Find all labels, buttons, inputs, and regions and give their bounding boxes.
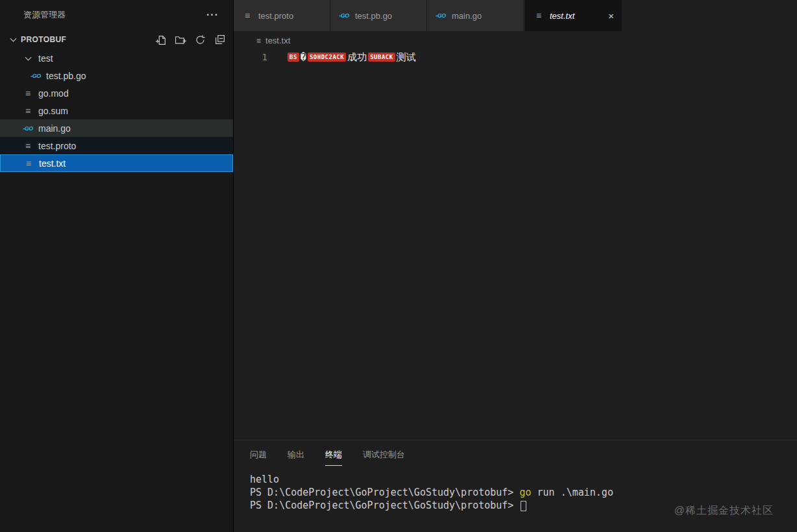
section-actions xyxy=(156,34,233,45)
explorer-sidebar: 资源管理器 ··· PROTOBUF test -GO test.pb.go xyxy=(0,0,234,532)
tree-item-go-sum[interactable]: ≡ go.sum xyxy=(0,102,233,119)
tree-item-go-mod[interactable]: ≡ go.mod xyxy=(0,84,233,102)
file-icon: ≡ xyxy=(22,141,34,151)
terminal[interactable]: hello PS D:\CodeProject\GoProject\GoStud… xyxy=(234,469,797,512)
file-icon: ≡ xyxy=(23,159,34,168)
refresh-icon[interactable] xyxy=(195,34,206,45)
sidebar-header: 资源管理器 ··· xyxy=(0,0,233,30)
code-text: 测试 xyxy=(397,51,416,64)
terminal-command-args: run .\main.go xyxy=(531,487,613,498)
code-text: 成功 xyxy=(347,51,367,64)
panel-tab-terminal[interactable]: 终端 xyxy=(325,449,342,466)
terminal-line: PS D:\CodeProject\GoProject\GoStudy\prot… xyxy=(250,499,797,512)
breadcrumb-file: test.txt xyxy=(265,36,290,45)
collapse-all-icon[interactable] xyxy=(214,34,225,45)
bottom-panel: 问题 输出 终端 调试控制台 hello PS D:\CodeProject\G… xyxy=(234,440,797,532)
tab-label: test.pb.go xyxy=(355,11,392,21)
code-area[interactable]: 1 BS � SOHDC2ACK 成功 SUBACK 测试 xyxy=(234,50,797,440)
new-file-icon[interactable] xyxy=(156,34,167,45)
tab-test-txt[interactable]: ≡ test.txt × xyxy=(525,0,622,31)
terminal-command: go xyxy=(519,487,531,498)
close-icon[interactable]: × xyxy=(608,11,614,21)
tree-item-label: test xyxy=(38,53,53,64)
control-char-badge: SUBACK xyxy=(368,53,395,62)
terminal-cursor xyxy=(521,501,526,511)
terminal-output: hello xyxy=(250,474,279,485)
code-text: � xyxy=(300,51,306,63)
tree-item-test-pb-go[interactable]: -GO test.pb.go xyxy=(0,67,233,84)
file-icon: ≡ xyxy=(22,89,34,98)
tree-item-label: main.go xyxy=(38,123,71,134)
file-icon: ≡ xyxy=(241,11,253,20)
tree-item-label: go.mod xyxy=(38,88,69,99)
go-file-icon: -GO xyxy=(435,12,447,19)
control-char-badge: BS xyxy=(288,53,299,62)
tree-item-label: test.proto xyxy=(38,141,76,151)
control-char-badge: SOHDC2ACK xyxy=(308,53,346,62)
go-file-icon: -GO xyxy=(22,125,34,132)
code-content: BS � SOHDC2ACK 成功 SUBACK 测试 xyxy=(267,50,416,440)
terminal-prompt: PS D:\CodeProject\GoProject\GoStudy\prot… xyxy=(250,487,519,498)
file-icon: ≡ xyxy=(256,37,261,45)
tab-label: main.go xyxy=(452,11,482,21)
editor-line-1: BS � SOHDC2ACK 成功 SUBACK 测试 xyxy=(288,50,416,64)
editor-pane: ≡ test.txt 1 BS � SOHDC2ACK 成功 SUBACK 测试 xyxy=(234,31,797,440)
panel-tabbar: 问题 输出 终端 调试控制台 xyxy=(234,441,797,469)
tree-item-label: go.sum xyxy=(38,106,68,116)
tab-main-go[interactable]: -GO main.go xyxy=(427,0,524,31)
tab-label: test.proto xyxy=(258,11,293,21)
breadcrumb[interactable]: ≡ test.txt xyxy=(234,31,797,50)
section-label: PROTOBUF xyxy=(21,35,66,44)
chevron-down-icon xyxy=(22,57,34,60)
file-icon: ≡ xyxy=(22,106,34,115)
tree-item-label: test.txt xyxy=(39,158,66,169)
line-number: 1 xyxy=(234,50,267,440)
tree-item-main-go[interactable]: -GO main.go xyxy=(0,119,233,137)
explorer-section-header[interactable]: PROTOBUF xyxy=(0,30,233,49)
tree-item-label: test.pb.go xyxy=(46,71,86,81)
go-file-icon: -GO xyxy=(338,12,350,19)
tab-test-pb-go[interactable]: -GO test.pb.go xyxy=(330,0,427,31)
panel-tab-problems[interactable]: 问题 xyxy=(250,449,267,466)
tab-label: test.txt xyxy=(550,11,574,21)
tree-item-test-txt[interactable]: ≡ test.txt xyxy=(0,154,233,172)
file-icon: ≡ xyxy=(533,11,545,20)
file-tree: test -GO test.pb.go ≡ go.mod ≡ go.sum -G… xyxy=(0,49,233,172)
editor-group: ≡ test.proto -GO test.pb.go -GO main.go … xyxy=(234,0,797,532)
terminal-line: PS D:\CodeProject\GoProject\GoStudy\prot… xyxy=(250,486,797,499)
panel-tab-output[interactable]: 输出 xyxy=(288,449,304,466)
terminal-prompt: PS D:\CodeProject\GoProject\GoStudy\prot… xyxy=(250,500,519,511)
chevron-down-icon xyxy=(10,36,17,42)
more-actions-icon[interactable]: ··· xyxy=(206,9,219,21)
terminal-line: hello xyxy=(250,473,797,486)
go-file-icon: -GO xyxy=(30,73,42,79)
tab-test-proto[interactable]: ≡ test.proto xyxy=(234,0,330,31)
vscode-window: 资源管理器 ··· PROTOBUF test -GO test.pb.go xyxy=(0,0,797,532)
tree-item-test-folder[interactable]: test xyxy=(0,49,233,67)
tree-item-test-proto[interactable]: ≡ test.proto xyxy=(0,137,233,154)
sidebar-title: 资源管理器 xyxy=(23,9,66,21)
new-folder-icon[interactable] xyxy=(175,34,186,45)
panel-tab-debug-console[interactable]: 调试控制台 xyxy=(363,449,405,466)
editor-tabbar: ≡ test.proto -GO test.pb.go -GO main.go … xyxy=(234,0,797,31)
